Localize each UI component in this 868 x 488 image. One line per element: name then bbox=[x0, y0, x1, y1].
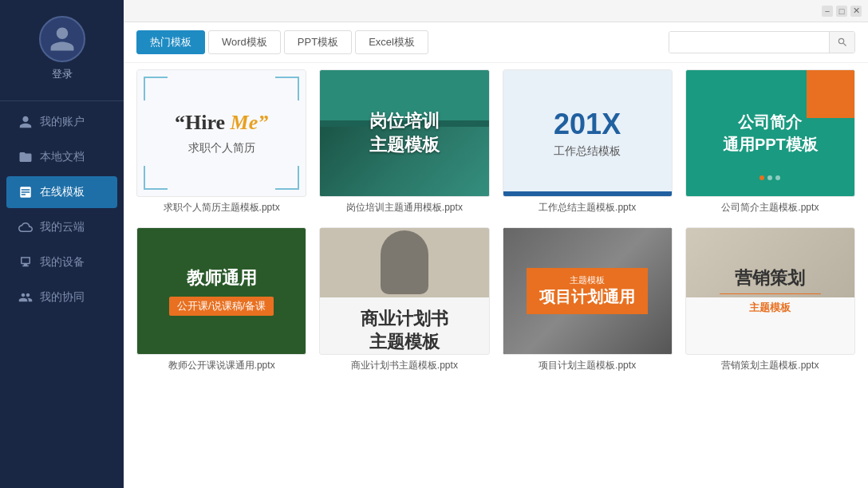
business-name: 商业计划书主题模板.pptx bbox=[319, 359, 489, 372]
sidebar-item-my-collab-label: 我的协同 bbox=[40, 290, 85, 305]
cloud-icon bbox=[18, 219, 34, 235]
project-name: 项目计划主题模板.pptx bbox=[503, 359, 673, 372]
marketing-divider bbox=[720, 293, 821, 294]
sidebar-item-my-cloud-label: 我的云端 bbox=[40, 220, 85, 234]
project-title: 项目计划通用 bbox=[539, 286, 635, 308]
training-name: 岗位培训主题通用模板.pptx bbox=[319, 201, 489, 214]
template-card-marketing[interactable]: 营销策划 主题模板 营销策划主题模板.pptx bbox=[685, 227, 855, 372]
company-name: 公司简介主题模板.pptx bbox=[685, 201, 855, 214]
content-area: “Hire Me” 求职个人简历 求职个人简历主题模板.pptx 岗位培训 主题… bbox=[124, 63, 868, 488]
summary-name: 工作总结主题模板.pptx bbox=[503, 201, 673, 214]
main-panel: − □ ✕ 热门模板 Word模板 PPT模板 Excel模板 bbox=[124, 0, 868, 488]
template-grid: “Hire Me” 求职个人简历 求职个人简历主题模板.pptx 岗位培训 主题… bbox=[136, 69, 855, 372]
teacher-title: 教师通用 bbox=[187, 266, 257, 290]
company-line1: 公司简介 bbox=[723, 111, 818, 133]
sidebar-item-online-templates-label: 在线模板 bbox=[40, 185, 85, 199]
device-icon bbox=[18, 254, 34, 270]
sidebar-item-online-templates[interactable]: 在线模板 bbox=[6, 176, 117, 208]
dot-2 bbox=[767, 175, 772, 180]
summary-sub: 工作总结模板 bbox=[554, 144, 621, 159]
business-top-img bbox=[320, 228, 488, 297]
avatar[interactable] bbox=[39, 16, 85, 62]
search-box bbox=[669, 31, 855, 53]
sidebar-item-local-docs-label: 本地文档 bbox=[40, 150, 85, 164]
template-thumb-business: 商业计划书 主题模板 bbox=[319, 227, 489, 355]
dot-1 bbox=[760, 175, 764, 180]
template-thumb-project: 主题模板 项目计划通用 bbox=[503, 227, 673, 355]
sidebar-item-my-collab[interactable]: 我的协同 bbox=[0, 280, 124, 315]
sidebar-item-my-device[interactable]: 我的设备 bbox=[0, 245, 124, 280]
template-thumb-summary: 201X 工作总结模板 bbox=[503, 69, 673, 197]
login-label[interactable]: 登录 bbox=[52, 67, 73, 81]
minimize-button[interactable]: − bbox=[822, 6, 833, 17]
hire-me-text: “Hire Me” bbox=[175, 111, 268, 135]
template-card-training[interactable]: 岗位培训 主题模板 岗位培训主题通用模板.pptx bbox=[319, 69, 489, 214]
sidebar-divider-top bbox=[0, 100, 124, 101]
sidebar-item-my-account-label: 我的账户 bbox=[40, 115, 85, 129]
template-thumb-company: 公司简介 通用PPT模板 bbox=[685, 69, 855, 197]
hire-me-italic: Me” bbox=[231, 111, 269, 134]
sidebar-item-local-docs[interactable]: 本地文档 bbox=[0, 140, 124, 175]
project-label: 主题模板 bbox=[539, 274, 635, 286]
template-thumb-teacher: 教师通用 公开课/说课稿/备课 bbox=[136, 227, 306, 355]
company-text: 公司简介 通用PPT模板 bbox=[723, 111, 818, 155]
close-button[interactable]: ✕ bbox=[850, 6, 862, 17]
marketing-line1: 营销策划 bbox=[735, 267, 805, 290]
tab-ppt-templates[interactable]: PPT模板 bbox=[284, 30, 352, 54]
business-line2: 主题模板 bbox=[361, 331, 448, 354]
sidebar-item-my-device-label: 我的设备 bbox=[40, 255, 85, 270]
corner-bracket-bl bbox=[144, 166, 168, 190]
business-text: 商业计划书 主题模板 bbox=[361, 308, 448, 353]
corner-bracket-tr bbox=[275, 77, 299, 100]
marketing-sub: 主题模板 bbox=[749, 301, 791, 315]
search-button[interactable] bbox=[829, 31, 854, 53]
resume-sub-text: 求职个人简历 bbox=[188, 141, 255, 155]
tab-excel-templates[interactable]: Excel模板 bbox=[355, 30, 428, 54]
folder-icon bbox=[18, 149, 34, 165]
business-figure bbox=[381, 230, 428, 294]
company-line2: 通用PPT模板 bbox=[723, 133, 818, 155]
template-card-resume[interactable]: “Hire Me” 求职个人简历 求职个人简历主题模板.pptx bbox=[136, 69, 306, 214]
marketing-name: 营销策划主题模板.pptx bbox=[685, 359, 855, 372]
training-text: 岗位培训 主题模板 bbox=[369, 109, 440, 157]
template-card-project[interactable]: 主题模板 项目计划通用 项目计划主题模板.pptx bbox=[503, 227, 673, 372]
project-box: 主题模板 项目计划通用 bbox=[527, 268, 648, 314]
title-bar: − □ ✕ bbox=[124, 0, 868, 22]
template-thumb-marketing: 营销策划 主题模板 bbox=[685, 227, 855, 355]
teacher-name: 教师公开课说课通用.pptx bbox=[136, 359, 306, 372]
sidebar-item-my-account[interactable]: 我的账户 bbox=[0, 104, 124, 140]
template-card-teacher[interactable]: 教师通用 公开课/说课稿/备课 教师公开课说课通用.pptx bbox=[136, 227, 306, 372]
teacher-sub: 公开课/说课稿/备课 bbox=[169, 297, 274, 316]
corner-bracket-br bbox=[275, 166, 299, 190]
template-card-company[interactable]: 公司简介 通用PPT模板 公司简介主题模板.pptx bbox=[685, 69, 855, 214]
corner-bracket-tl bbox=[144, 77, 168, 100]
dot-3 bbox=[775, 175, 780, 180]
template-thumb-training: 岗位培训 主题模板 bbox=[319, 69, 489, 197]
template-card-work-summary[interactable]: 201X 工作总结模板 工作总结主题模板.pptx bbox=[503, 69, 673, 214]
tab-word-templates[interactable]: Word模板 bbox=[208, 30, 281, 54]
training-sub: 主题模板 bbox=[369, 133, 440, 157]
user-icon bbox=[18, 114, 34, 130]
template-icon bbox=[18, 184, 34, 200]
summary-bottom-bar bbox=[503, 191, 672, 196]
search-input[interactable] bbox=[669, 32, 829, 53]
tab-hot-templates[interactable]: 热门模板 bbox=[136, 30, 205, 54]
template-card-business[interactable]: 商业计划书 主题模板 商业计划书主题模板.pptx bbox=[319, 227, 489, 372]
avatar-area: 登录 bbox=[39, 16, 85, 81]
marketing-text: 营销策划 bbox=[735, 267, 805, 290]
sidebar-item-my-cloud[interactable]: 我的云端 bbox=[0, 210, 124, 245]
company-dots bbox=[760, 175, 780, 180]
sidebar: 登录 我的账户 本地文档 在线模板 我的云端 我的设备 bbox=[0, 0, 124, 488]
toolbar: 热门模板 Word模板 PPT模板 Excel模板 bbox=[124, 22, 868, 63]
business-line1: 商业计划书 bbox=[361, 308, 448, 331]
maximize-button[interactable]: □ bbox=[836, 6, 847, 17]
collab-icon bbox=[18, 289, 34, 305]
template-thumb-resume: “Hire Me” 求职个人简历 bbox=[136, 69, 306, 197]
resume-name: 求职个人简历主题模板.pptx bbox=[136, 201, 306, 214]
training-title: 岗位培训 bbox=[369, 109, 440, 133]
year-text: 201X bbox=[554, 108, 621, 141]
